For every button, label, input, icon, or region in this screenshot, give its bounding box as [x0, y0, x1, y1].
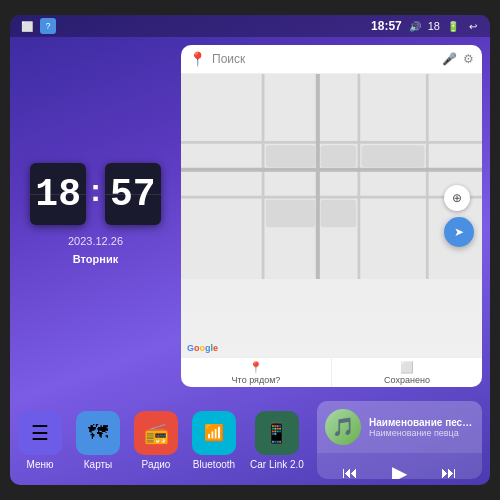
google-logo: Google — [187, 343, 218, 353]
status-bar-right: 18:57 🔊 18 🔋 ↩ — [371, 19, 480, 33]
map-roads-svg — [181, 74, 482, 279]
carlink-label: Car Link 2.0 — [250, 459, 304, 470]
music-title: Наименование песни — [369, 417, 474, 428]
main-content: 18 : 57 2023.12.26 Вторник 📍 Поиск 🎤 ⚙ — [10, 37, 490, 395]
svg-rect-0 — [181, 74, 482, 279]
zoom-out-btn[interactable]: ⊕ — [444, 185, 470, 211]
music-artist: Наименование певца — [369, 428, 474, 438]
music-top: 🎵 Наименование песни Наименование певца — [317, 401, 482, 453]
svg-rect-11 — [266, 200, 315, 227]
map-search-input[interactable]: Поиск — [212, 52, 436, 66]
home-icon[interactable]: ⬜ — [20, 19, 34, 33]
battery-level: 18 — [428, 20, 440, 32]
clock-date: 2023.12.26 Вторник — [68, 233, 123, 268]
device-frame: ⬜ ? 18:57 🔊 18 🔋 ↩ 18 : 57 2023.12.26 Вт… — [10, 15, 490, 485]
apps-grid: ☰ Меню 🗺 Карты 📻 Радио 📶 Bluetooth 📱 Car — [18, 401, 309, 479]
map-search-bar[interactable]: 📍 Поиск 🎤 ⚙ — [181, 45, 482, 74]
time-display: 18:57 — [371, 19, 402, 33]
map-pin-icon: 📍 — [189, 51, 206, 67]
music-info: Наименование песни Наименование певца — [369, 417, 474, 438]
map-search-icons: 🎤 ⚙ — [442, 52, 474, 66]
svg-rect-10 — [362, 145, 425, 167]
clock-widget: 18 : 57 2023.12.26 Вторник — [18, 45, 173, 387]
app-item-menu[interactable]: ☰ Меню — [18, 411, 62, 470]
prev-button[interactable]: ⏮ — [342, 464, 358, 479]
status-bar: ⬜ ? 18:57 🔊 18 🔋 ↩ — [10, 15, 490, 37]
volume-icon: 🔊 — [408, 19, 422, 33]
clock-display: 18 : 57 — [30, 163, 161, 225]
play-button[interactable]: ▶ — [392, 461, 407, 479]
map-widget: 📍 Поиск 🎤 ⚙ — [181, 45, 482, 387]
map-area: Google ⊕ ➤ — [181, 74, 482, 357]
map-nav-buttons: ⊕ ➤ — [444, 185, 474, 247]
back-icon[interactable]: ↩ — [466, 19, 480, 33]
bluetooth-icon: 📶 — [192, 411, 236, 455]
menu-label: Меню — [26, 459, 53, 470]
clock-minutes: 57 — [105, 163, 161, 225]
app-item-radio[interactable]: 📻 Радио — [134, 411, 178, 470]
maps-label: Карты — [84, 459, 113, 470]
next-button[interactable]: ⏭ — [441, 464, 457, 479]
saved-btn[interactable]: ⬜ Сохранено — [332, 358, 482, 387]
svg-rect-12 — [321, 200, 357, 227]
music-thumbnail: 🎵 — [325, 409, 361, 445]
menu-icon: ☰ — [18, 411, 62, 455]
clock-hours: 18 — [30, 163, 86, 225]
app-item-carlink[interactable]: 📱 Car Link 2.0 — [250, 411, 304, 470]
map-footer: 📍 Что рядом? ⬜ Сохранено — [181, 357, 482, 387]
bottom-bar: ☰ Меню 🗺 Карты 📻 Радио 📶 Bluetooth 📱 Car — [10, 395, 490, 485]
app-item-bluetooth[interactable]: 📶 Bluetooth — [192, 411, 236, 470]
carlink-icon: 📱 — [255, 411, 299, 455]
navigate-btn[interactable]: ➤ — [444, 217, 474, 247]
svg-rect-9 — [321, 145, 357, 167]
battery-icon: 🔋 — [446, 19, 460, 33]
nearby-btn[interactable]: 📍 Что рядом? — [181, 358, 332, 387]
app-item-maps[interactable]: 🗺 Карты — [76, 411, 120, 470]
radio-label: Радио — [142, 459, 171, 470]
music-widget: 🎵 Наименование песни Наименование певца … — [317, 401, 482, 479]
bluetooth-label: Bluetooth — [193, 459, 235, 470]
question-icon[interactable]: ? — [40, 18, 56, 34]
music-controls: ⏮ ▶ ⏭ — [317, 453, 482, 479]
saved-icon: ⬜ — [400, 361, 414, 374]
radio-icon: 📻 — [134, 411, 178, 455]
maps-icon: 🗺 — [76, 411, 120, 455]
status-bar-left: ⬜ ? — [20, 18, 56, 34]
microphone-icon[interactable]: 🎤 — [442, 52, 457, 66]
settings-icon[interactable]: ⚙ — [463, 52, 474, 66]
clock-colon: : — [90, 172, 101, 209]
nearby-icon: 📍 — [249, 361, 263, 374]
svg-rect-8 — [266, 145, 315, 167]
